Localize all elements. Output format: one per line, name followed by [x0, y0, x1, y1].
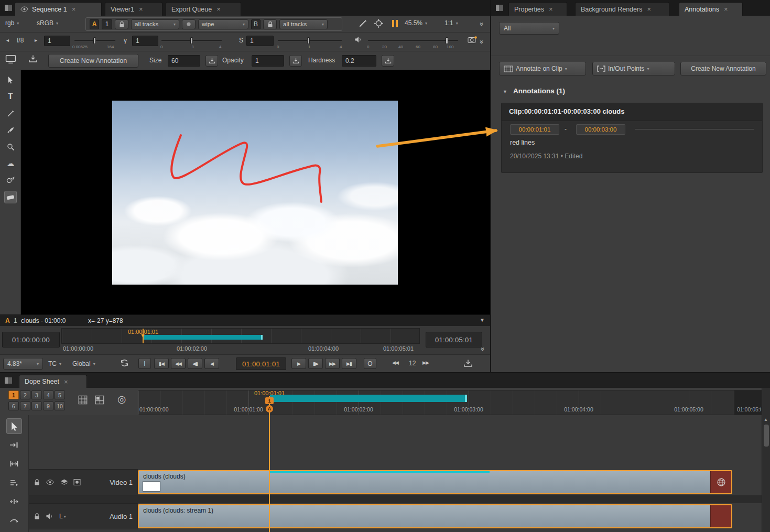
expand-icon[interactable]: »	[478, 22, 486, 25]
goto-end-button[interactable]: ▶▮	[342, 358, 356, 369]
close-icon[interactable]: ×	[64, 378, 68, 385]
close-icon[interactable]: ×	[647, 6, 651, 13]
scroll-up-icon[interactable]: ▲	[764, 417, 768, 422]
create-annotation-button[interactable]: Create New Annotation	[48, 54, 138, 68]
b-buffer-label[interactable]: B	[251, 19, 261, 29]
viewer-canvas[interactable]	[21, 70, 491, 314]
view-preset-10[interactable]: 10	[55, 401, 65, 410]
dope-ripple-tool-button[interactable]	[6, 475, 22, 491]
radial-menu-icon[interactable]: ◎	[117, 393, 126, 405]
video-track-header[interactable]: Video 1	[29, 469, 138, 495]
wipe-center-button[interactable]	[182, 19, 196, 29]
hardness-sample-button[interactable]	[382, 55, 394, 67]
dope-select-tool-button[interactable]	[6, 418, 22, 434]
current-tc-display[interactable]: 01:00:01:01	[236, 357, 286, 370]
next-edit-button[interactable]: ▶▶	[325, 358, 340, 369]
tab-properties[interactable]: Properties ×	[508, 2, 567, 16]
thumbnail-view-button[interactable]	[94, 395, 105, 407]
close-icon[interactable]: ×	[139, 6, 143, 13]
grid-view-button[interactable]	[78, 395, 88, 407]
fstop-input[interactable]: 1	[44, 36, 70, 46]
play-button[interactable]: ▶	[291, 358, 306, 369]
volume-slider-knob[interactable]	[446, 37, 448, 44]
tab-export-queue[interactable]: Export Queue ×	[166, 2, 241, 16]
annotation-out-tc[interactable]: 00:00:03:00	[576, 124, 625, 135]
goto-start-button[interactable]: ▮◀	[154, 358, 169, 369]
expand-icon[interactable]: »	[478, 40, 486, 43]
panel-menu-icon[interactable]	[4, 377, 13, 384]
audio-clip-clouds[interactable]: clouds (clouds: stream 1)	[138, 504, 732, 528]
view-preset-5[interactable]: 5	[55, 390, 65, 399]
prev-edit-button[interactable]: ◀◀	[171, 358, 186, 369]
vertical-splitter[interactable]	[490, 0, 491, 372]
colorspace-select[interactable]: sRGB ▾	[37, 19, 58, 27]
size-sample-button[interactable]	[205, 55, 218, 67]
increment-frames-button[interactable]: ▶▶	[422, 360, 429, 365]
create-annotation-button-panel[interactable]: Create New Annotation	[680, 62, 766, 75]
timeline-start-tc[interactable]: 01:00:00:00	[2, 332, 60, 348]
tc-mode-select[interactable]: TC ▾	[48, 360, 61, 367]
panel-menu-icon[interactable]	[4, 4, 13, 12]
view-preset-3[interactable]: 3	[31, 390, 42, 399]
fstop-slider-knob[interactable]	[93, 37, 96, 44]
volume-slider[interactable]	[368, 40, 458, 41]
sync-button[interactable]	[120, 359, 129, 368]
vertical-scrollbar[interactable]: ▲	[762, 388, 770, 532]
view-preset-7[interactable]: 7	[20, 401, 30, 410]
proxy-scale-select[interactable]: 1:1 ▾	[444, 19, 458, 27]
track-lock-button[interactable]	[34, 479, 40, 486]
annotate-on-select[interactable]: Annotate on Clip ▾	[499, 62, 586, 75]
frame-increment-value[interactable]: 12	[409, 360, 416, 367]
flipbook-button[interactable]	[463, 359, 473, 369]
range-mode-select[interactable]: Global ▾	[72, 360, 95, 367]
tab-sequence-1[interactable]: Sequence 1 ×	[15, 2, 102, 16]
close-icon[interactable]: ×	[216, 6, 221, 13]
dope-roll-tool-button[interactable]	[6, 494, 22, 509]
a-buffer-label[interactable]: A	[90, 19, 99, 29]
view-preset-4[interactable]: 4	[43, 390, 53, 399]
view-preset-9[interactable]: 9	[43, 401, 53, 410]
brush-opacity-input[interactable]: 1	[252, 55, 284, 67]
annotation-in-tc[interactable]: 00:00:01:01	[510, 124, 559, 135]
a-tracks-select[interactable]: all tracks ▾	[131, 19, 179, 29]
speaker-icon[interactable]	[354, 36, 362, 43]
close-icon[interactable]: ×	[724, 6, 728, 13]
channel-select[interactable]: rgb ▾	[5, 19, 19, 27]
export-annotation-button[interactable]	[28, 55, 38, 64]
panel-menu-icon[interactable]	[495, 4, 504, 12]
annotation-card[interactable]: Clip:00:00:01:01-00:00:03:00 clouds 00:0…	[501, 103, 763, 173]
playhead-badge[interactable]: A	[266, 405, 273, 412]
track-mute-button[interactable]	[46, 513, 53, 520]
set-out-button[interactable]: O	[364, 358, 376, 369]
view-preset-8[interactable]: 8	[31, 401, 42, 410]
fstop-slider[interactable]	[74, 40, 115, 41]
brush-hardness-input[interactable]: 0.2	[342, 55, 376, 67]
view-preset-2[interactable]: 2	[20, 390, 30, 399]
b-tracks-select[interactable]: all tracks ▾	[279, 19, 328, 29]
eraser-tool-button[interactable]	[4, 191, 17, 203]
select-tool-button[interactable]	[4, 73, 17, 86]
scrollbar-thumb[interactable]	[764, 425, 769, 447]
fstop-next-icon[interactable]: ▸	[35, 37, 37, 43]
track-lock-button[interactable]	[34, 513, 40, 520]
dope-slip-tool-button[interactable]	[6, 513, 22, 528]
video-clip-clouds[interactable]: clouds (clouds)	[138, 470, 732, 494]
status-menu-icon[interactable]: ▼	[480, 317, 485, 323]
wipe-mode-select[interactable]: wipe ▾	[198, 19, 248, 29]
track-layers-button[interactable]	[60, 479, 68, 486]
view-preset-1[interactable]: 1	[8, 390, 19, 399]
tab-viewer1[interactable]: Viewer1 ×	[105, 2, 162, 16]
roi-button[interactable]	[374, 19, 383, 29]
marker-flag[interactable]: 1	[265, 397, 274, 404]
track-visibility-button[interactable]	[46, 480, 54, 485]
zoom-tool-button[interactable]	[4, 140, 17, 153]
saturation-slider[interactable]	[278, 40, 342, 41]
timeline-end-tc[interactable]: 01:00:05:01	[426, 332, 482, 348]
b-lock-button[interactable]	[263, 19, 277, 29]
line-tool-button[interactable]	[4, 107, 17, 120]
gamma-slider[interactable]	[161, 40, 222, 41]
capture-viewer-button[interactable]	[5, 55, 16, 65]
timeline-ruler[interactable]: 01:00:01:01 ▼	[61, 328, 420, 344]
track-source-button[interactable]	[73, 479, 81, 486]
saturation-slider-knob[interactable]	[307, 37, 310, 44]
